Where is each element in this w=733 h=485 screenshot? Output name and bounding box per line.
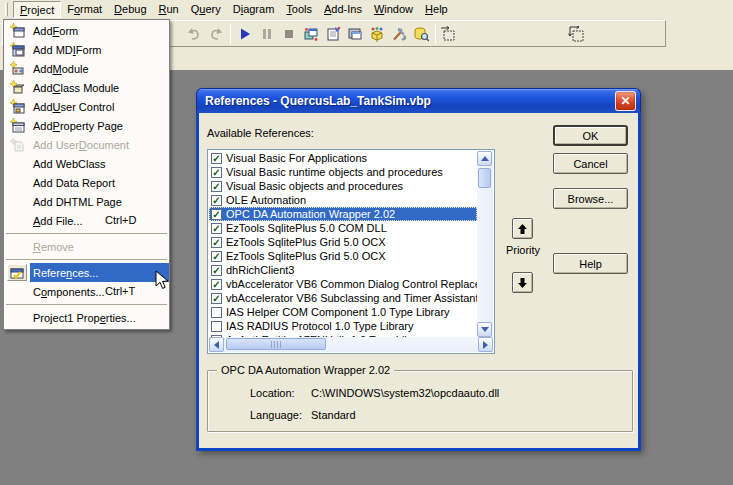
menubar-item-help[interactable]: Help [419,1,454,18]
menubar-item-format[interactable]: Format [61,1,108,18]
menu-item-icon-empty [7,174,27,191]
reference-row[interactable]: IAS Helper COM Component 1.0 Type Librar… [209,305,477,319]
menubar-item-window[interactable]: Window [368,1,419,18]
properties-window-icon[interactable] [322,23,344,45]
menubar-item-project[interactable]: Project [13,1,61,18]
checkbox-checked-icon[interactable]: ✓ [211,237,222,248]
form-layout-window-icon[interactable] [344,23,366,45]
priority-up-button[interactable] [512,218,533,239]
menu-item-label: Components...Ctrl+T [30,282,169,301]
checkbox-checked-icon[interactable]: ✓ [211,223,222,234]
checkbox-checked-icon[interactable]: ✓ [211,209,222,220]
menu-item-label: Remove [30,237,169,256]
menu-item-label: Add User Document [30,135,169,154]
reference-label: Visual Basic For Applications [226,152,367,164]
scroll-up-button[interactable] [477,151,492,166]
browse-button[interactable]: Browse... [553,188,628,209]
menubar-item-debug[interactable]: Debug [108,1,152,18]
reference-row[interactable]: ✓OPC DA Automation Wrapper 2.02 [209,207,477,221]
reference-row[interactable]: ✓EzTools SqlitePlus Grid 5.0 OCX [209,249,477,263]
menu-item-add-property-page[interactable]: Add Property Page [4,116,169,135]
menu-item-add-dhtml-page[interactable]: Add DHTML Page [4,192,169,211]
menubar-item-add-ins[interactable]: Add-Ins [318,1,368,18]
menu-item-add-webclass[interactable]: Add WebClass [4,154,169,173]
menu-item-add-data-report[interactable]: Add Data Report [4,173,169,192]
menu-item-add-class-module[interactable]: Add Class Module [4,78,169,97]
menubar-item-tools[interactable]: Tools [280,1,318,18]
vertical-scroll-thumb[interactable] [478,168,491,188]
checkbox-checked-icon[interactable]: ✓ [211,265,222,276]
menu-item-label: Add Property Page [30,116,169,135]
data-view-window-icon[interactable] [410,23,432,45]
menu-item-add-form[interactable]: Add Form [4,21,169,40]
horizontal-scroll-thumb[interactable] [226,338,326,350]
scroll-down-button[interactable] [477,322,492,337]
reference-label: IAS RADIUS Protocol 1.0 Type Library [226,320,414,332]
priority-down-button[interactable] [512,272,533,293]
add-class-module-icon [7,79,27,96]
close-button[interactable]: ✕ [615,91,636,111]
checkbox-checked-icon[interactable]: ✓ [211,293,222,304]
ok-button[interactable]: OK [553,125,628,146]
language-label: Language: [250,409,302,421]
menu-item-add-file[interactable]: Add File...Ctrl+D [4,211,169,230]
toolbox-icon[interactable] [388,23,410,45]
location-value: C:\WINDOWS\system32\opcdaauto.dll [311,387,499,399]
reference-row[interactable]: ✓EzTools SqlitePlus Grid 5.0 OCX [209,235,477,249]
reference-row[interactable]: ✓vbAccelerator VB6 Common Dialog Control… [209,277,477,291]
reference-row[interactable]: ✓Visual Basic runtime objects and proced… [209,165,477,179]
reference-row[interactable]: ✓EzTools SqlitePlus 5.0 COM DLL [209,221,477,235]
add-property-page-icon [7,117,27,134]
checkbox-checked-icon[interactable]: ✓ [211,153,222,164]
object-browser-icon[interactable] [366,23,388,45]
start-icon[interactable] [234,23,256,45]
checkbox-checked-icon[interactable]: ✓ [211,195,222,206]
menu-item-project1-properties[interactable]: Project1 Properties... [4,308,169,327]
add-mdi-form-icon [7,41,27,58]
checkbox-unchecked-icon[interactable] [211,321,222,332]
menu-item-icon-empty [7,309,27,326]
menu-item-icon-empty [7,155,27,172]
dialog-titlebar[interactable]: References - QuercusLab_TankSim.vbp ✕ [196,88,641,113]
dialog-title: References - QuercusLab_TankSim.vbp [205,94,615,108]
add-form-icon [7,22,27,39]
menu-separator [4,301,169,308]
cancel-button[interactable]: Cancel [553,153,628,174]
checkbox-checked-icon[interactable]: ✓ [211,167,222,178]
menu-item-add-user-control[interactable]: Add User Control [4,97,169,116]
menubar-grip[interactable] [5,3,8,16]
menubar: ProjectFormatDebugRunQueryDiagramToolsAd… [0,0,733,19]
menu-separator [4,230,169,237]
language-value: Standard [311,409,356,421]
menu-item-references[interactable]: References... [4,263,169,282]
menubar-item-diagram[interactable]: Diagram [227,1,281,18]
menu-item-shortcut: Ctrl+T [105,285,135,297]
menubar-item-run[interactable]: Run [153,1,185,18]
add-module-icon [7,60,27,77]
reference-row[interactable]: ✓OLE Automation [209,193,477,207]
vertical-scrollbar[interactable] [477,151,493,337]
reference-row[interactable]: ✓Visual Basic objects and procedures [209,179,477,193]
reference-row[interactable]: ✓Visual Basic For Applications [209,151,477,165]
menu-item-label: Add File...Ctrl+D [30,211,169,230]
project-explorer-icon[interactable] [300,23,322,45]
checkbox-unchecked-icon[interactable] [211,307,222,318]
add-user-document-icon [7,136,27,153]
reference-name-legend: OPC DA Automation Wrapper 2.02 [217,364,394,376]
menu-item-add-module[interactable]: Add Module [4,59,169,78]
menu-item-label: Add Data Report [30,173,169,192]
reference-row[interactable]: IAS RADIUS Protocol 1.0 Type Library [209,319,477,333]
reference-row[interactable]: ✓dhRichClient3 [209,263,477,277]
horizontal-scrollbar[interactable] [209,337,493,352]
help-button[interactable]: Help [553,253,628,274]
menu-item-add-mdi-form[interactable]: Add MDI Form [4,40,169,59]
reference-row[interactable]: ✓vbAccelerator VB6 Subclassing and Timer… [209,291,477,305]
checkbox-checked-icon[interactable]: ✓ [211,279,222,290]
menubar-item-query[interactable]: Query [185,1,227,18]
menu-item-icon-empty [7,212,27,229]
menu-item-components[interactable]: Components...Ctrl+T [4,282,169,301]
checkbox-checked-icon[interactable]: ✓ [211,181,222,192]
scroll-left-button[interactable] [209,337,224,352]
checkbox-checked-icon[interactable]: ✓ [211,251,222,262]
scroll-right-button[interactable] [478,337,493,352]
